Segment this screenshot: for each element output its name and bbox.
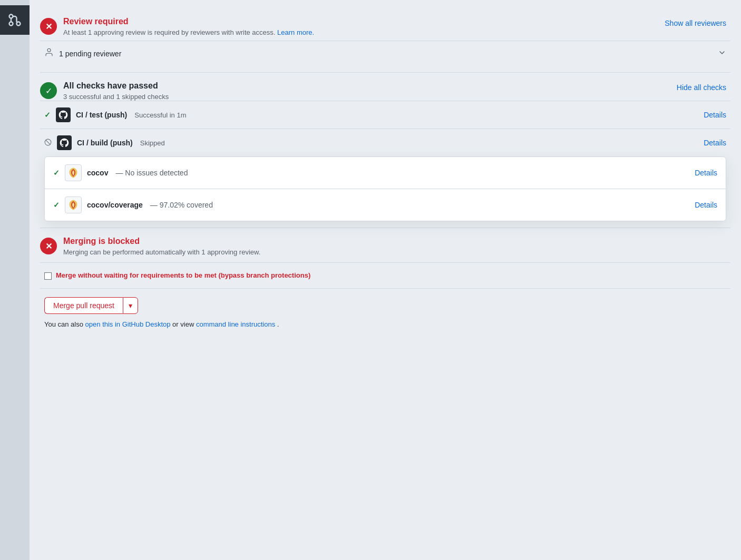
- svg-point-0: [17, 22, 21, 26]
- merge-blocked-header: ✕ Merging is blocked Merging can be perf…: [40, 237, 730, 256]
- cocov-status-icon: ✓: [53, 169, 60, 177]
- cocov-desc: No issues detected: [125, 169, 188, 177]
- merge-blocked-block: ✕ Merging is blocked Merging can be perf…: [40, 228, 730, 263]
- cocov-popup-rows: ✓ cocov — No issues detected D: [44, 156, 726, 221]
- pending-reviewer-left: 1 pending reviewer: [44, 47, 121, 60]
- merge-blocked-title: Merging is blocked: [63, 237, 260, 246]
- cocov-name: cocov: [87, 169, 108, 177]
- cocov-separator-desc: — No issues detected: [115, 169, 188, 177]
- dropdown-arrow-icon: ▾: [129, 301, 132, 310]
- also-middle: or view: [172, 320, 194, 328]
- x-icon: ✕: [45, 22, 52, 32]
- review-header-left: ✕ Review required At least 1 approving r…: [40, 17, 314, 36]
- merge-btn-row: Merge pull request ▾: [44, 297, 726, 314]
- checks-text-block: All checks have passed 3 successful and …: [63, 81, 169, 101]
- svg-line-6: [46, 140, 50, 144]
- check-row-ci-build: CI / build (push) Skipped Details: [40, 129, 730, 156]
- command-line-instructions-link[interactable]: command line instructions: [196, 320, 275, 328]
- check-row-left-build: CI / build (push) Skipped: [44, 135, 165, 150]
- github-logo-ci-test: [56, 107, 71, 122]
- also-row: You can also open this in GitHub Desktop…: [44, 320, 726, 328]
- cocov-coverage-details-link[interactable]: Details: [695, 201, 717, 209]
- svg-point-4: [47, 48, 51, 52]
- ci-test-details-link[interactable]: Details: [704, 111, 726, 119]
- check-row-ci-test: ✓ CI / test (push) Successful in 1m Deta…: [40, 101, 730, 129]
- cocov-coverage-status-icon: ✓: [53, 201, 60, 209]
- ci-test-status-icon: ✓: [44, 111, 51, 119]
- review-required-text-block: Review required At least 1 approving rev…: [63, 17, 314, 36]
- content-area: ✕ Review required At least 1 approving r…: [30, 0, 741, 345]
- cocov-coverage-desc: 97.02% covered: [160, 201, 213, 209]
- bypass-row: Merge without waiting for requirements t…: [44, 271, 726, 280]
- also-suffix: .: [277, 320, 279, 328]
- merge-blocked-subtitle: Merging can be performed automatically w…: [63, 248, 260, 256]
- ci-build-details-link[interactable]: Details: [704, 139, 726, 147]
- check-row-left: ✓ CI / test (push) Successful in 1m: [44, 107, 187, 122]
- ci-test-name: CI / test (push): [76, 111, 127, 119]
- review-required-block: ✕ Review required At least 1 approving r…: [40, 8, 730, 73]
- main-container: ✕ Review required At least 1 approving r…: [30, 0, 741, 560]
- ci-build-status-icon: [44, 139, 52, 148]
- hide-all-checks-link[interactable]: Hide all checks: [677, 83, 726, 92]
- cocov-row-left: ✓ cocov — No issues detected: [53, 164, 695, 181]
- also-prefix: You can also: [44, 320, 83, 328]
- review-required-title: Review required: [63, 17, 314, 26]
- ci-test-desc: Successful in 1m: [134, 111, 186, 119]
- checkmark-icon: ✓: [45, 86, 52, 96]
- merge-blocked-icon: ✕: [40, 238, 57, 254]
- merge-blocked-text-block: Merging is blocked Merging can be perfor…: [63, 237, 260, 256]
- person-icon: [44, 47, 54, 60]
- bypass-section: Merge without waiting for requirements t…: [40, 263, 730, 289]
- cocov-row: ✓ cocov — No issues detected D: [45, 157, 726, 189]
- cocov-coverage-logo: [65, 197, 82, 213]
- show-all-reviewers-link[interactable]: Show all reviewers: [665, 19, 726, 27]
- review-required-icon: ✕: [40, 18, 57, 35]
- cocov-coverage-row: ✓ cocov/coverage — 97.02% covered Detail…: [45, 189, 726, 221]
- cocov-coverage-separator-desc: — 97.02% covered: [150, 201, 213, 209]
- all-checks-title: All checks have passed: [63, 81, 169, 91]
- merge-dropdown-button[interactable]: ▾: [123, 297, 138, 314]
- cocov-logo: [65, 164, 82, 181]
- review-required-subtitle: At least 1 approving review is required …: [63, 28, 314, 36]
- review-subtitle-text: At least 1 approving review is required …: [63, 28, 275, 36]
- bypass-checkbox[interactable]: [44, 272, 52, 280]
- pending-reviewer-row[interactable]: 1 pending reviewer: [40, 41, 730, 66]
- cocov-coverage-name: cocov/coverage: [87, 201, 143, 209]
- bypass-label: Merge without waiting for requirements t…: [56, 271, 310, 279]
- checks-header-row: ✓ All checks have passed 3 successful an…: [40, 81, 730, 101]
- merge-section: Merge pull request ▾ You can also open t…: [40, 289, 730, 337]
- ci-build-desc: Skipped: [140, 139, 165, 147]
- pending-reviewer-label: 1 pending reviewer: [59, 50, 121, 58]
- all-checks-block: ✓ All checks have passed 3 successful an…: [40, 73, 730, 228]
- cocov-coverage-separator: —: [150, 201, 158, 209]
- merge-pull-request-button[interactable]: Merge pull request: [44, 297, 123, 314]
- merge-blocked-x-icon: ✕: [45, 241, 52, 251]
- cocov-coverage-row-left: ✓ cocov/coverage — 97.02% covered: [53, 197, 695, 213]
- review-header-row: ✕ Review required At least 1 approving r…: [40, 17, 730, 36]
- cocov-separator: —: [115, 169, 123, 177]
- git-icon: [0, 5, 30, 35]
- all-checks-subtitle: 3 successful and 1 skipped checks: [63, 93, 169, 101]
- learn-more-link[interactable]: Learn more.: [277, 28, 314, 36]
- chevron-down-icon: [718, 48, 726, 58]
- cocov-details-link[interactable]: Details: [695, 169, 717, 177]
- checks-header-left: ✓ All checks have passed 3 successful an…: [40, 81, 169, 101]
- checks-passed-icon: ✓: [40, 82, 57, 99]
- open-github-desktop-link[interactable]: open this in GitHub Desktop: [85, 320, 171, 328]
- github-logo-ci-build: [57, 135, 72, 150]
- ci-build-name: CI / build (push): [77, 139, 133, 147]
